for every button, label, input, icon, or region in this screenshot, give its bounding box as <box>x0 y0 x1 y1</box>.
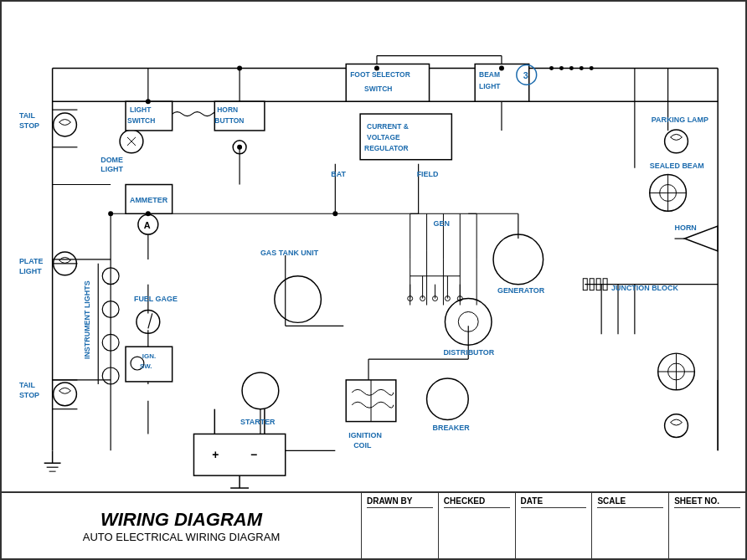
svg-text:INSTRUMENT LIGHTS: INSTRUMENT LIGHTS <box>83 280 91 359</box>
svg-text:TAIL: TAIL <box>19 381 36 389</box>
scale-label: SCALE <box>597 496 663 508</box>
svg-text:REGULATOR: REGULATOR <box>364 144 409 152</box>
svg-text:DISTRIBUTOR: DISTRIBUTOR <box>443 348 494 357</box>
svg-point-84 <box>549 66 554 70</box>
diagram-area: TAIL STOP DOME LIGHT LIGHT SWITCH HORN B… <box>2 2 745 491</box>
svg-text:HORN: HORN <box>675 223 697 232</box>
svg-text:LIGHT: LIGHT <box>130 105 152 114</box>
svg-text:FIELD: FIELD <box>417 170 439 178</box>
title-bar: WIRING DIAGRAM AUTO ELECTRICAL WIRING DI… <box>2 491 745 558</box>
svg-point-177 <box>146 211 151 216</box>
svg-text:FUEL GAGE: FUEL GAGE <box>134 295 178 303</box>
drawn-by-label: DRAWN BY <box>367 496 433 508</box>
svg-point-180 <box>374 65 379 70</box>
svg-point-87 <box>580 66 584 70</box>
svg-text:SW.: SW. <box>140 362 152 370</box>
svg-point-85 <box>559 66 564 70</box>
date-field: DATE <box>516 493 593 558</box>
svg-text:HORN: HORN <box>217 105 238 114</box>
svg-point-86 <box>569 66 574 70</box>
svg-text:STOP: STOP <box>19 121 39 130</box>
svg-point-178 <box>146 99 151 104</box>
svg-text:GENERATOR: GENERATOR <box>497 286 545 295</box>
svg-rect-76 <box>346 64 429 101</box>
title-main: WIRING DIAGRAM AUTO ELECTRICAL WIRING DI… <box>2 493 362 558</box>
svg-text:A: A <box>144 220 151 230</box>
svg-text:JUNCTION BLOCK: JUNCTION BLOCK <box>611 284 678 292</box>
svg-text:3: 3 <box>523 70 528 80</box>
svg-text:+: + <box>212 448 219 461</box>
svg-text:BEAM: BEAM <box>479 70 500 79</box>
svg-point-181 <box>499 65 504 70</box>
svg-text:PARKING LAMP: PARKING LAMP <box>652 116 708 124</box>
svg-text:STARTER: STARTER <box>240 418 276 426</box>
main-container: TAIL STOP DOME LIGHT LIGHT SWITCH HORN B… <box>0 0 747 560</box>
svg-text:CURRENT &: CURRENT & <box>367 122 409 131</box>
sheet-no-field: SHEET NO. <box>669 493 745 558</box>
diagram-subtitle: AUTO ELECTRICAL WIRING DIAGRAM <box>83 531 280 543</box>
svg-text:DOME: DOME <box>100 156 123 164</box>
svg-text:BAT: BAT <box>331 170 346 178</box>
svg-text:GAS TANK UNIT: GAS TANK UNIT <box>260 249 319 257</box>
svg-text:IGNITION: IGNITION <box>348 431 382 439</box>
svg-rect-155 <box>193 434 285 475</box>
svg-text:TAIL: TAIL <box>19 111 36 120</box>
svg-text:PLATE: PLATE <box>19 257 44 265</box>
svg-text:BREAKER: BREAKER <box>433 424 471 432</box>
svg-point-183 <box>332 211 337 216</box>
svg-point-179 <box>237 65 242 70</box>
svg-text:BUTTON: BUTTON <box>214 116 244 125</box>
wiring-svg: TAIL STOP DOME LIGHT LIGHT SWITCH HORN B… <box>2 2 745 491</box>
sheet-no-label: SHEET NO. <box>674 496 740 508</box>
svg-text:COIL: COIL <box>353 441 372 450</box>
svg-text:AMMETER: AMMETER <box>130 196 168 204</box>
svg-point-88 <box>590 66 594 70</box>
date-label: DATE <box>521 496 587 508</box>
svg-text:LIGHT: LIGHT <box>19 267 42 275</box>
diagram-title: WIRING DIAGRAM <box>100 509 262 531</box>
title-fields: DRAWN BY CHECKED DATE SCALE SHEET NO. <box>362 493 745 558</box>
svg-text:LIGHT: LIGHT <box>100 165 123 173</box>
svg-text:LIGHT: LIGHT <box>479 82 501 90</box>
svg-text:SWITCH: SWITCH <box>364 85 392 93</box>
svg-text:GEN: GEN <box>434 219 450 228</box>
checked-field: CHECKED <box>439 493 516 558</box>
svg-text:FOOT SELECTOR: FOOT SELECTOR <box>350 70 410 79</box>
checked-label: CHECKED <box>444 496 510 508</box>
svg-point-182 <box>108 211 113 216</box>
drawn-by-field: DRAWN BY <box>362 493 439 558</box>
scale-field: SCALE <box>592 493 669 558</box>
svg-text:−: − <box>250 448 257 461</box>
svg-text:VOLTAGE: VOLTAGE <box>367 133 400 141</box>
svg-text:STOP: STOP <box>19 391 39 399</box>
svg-text:SEALED BEAM: SEALED BEAM <box>650 162 704 170</box>
svg-text:IGN.: IGN. <box>142 352 156 360</box>
svg-text:SWITCH: SWITCH <box>127 116 155 125</box>
svg-point-75 <box>237 145 242 150</box>
